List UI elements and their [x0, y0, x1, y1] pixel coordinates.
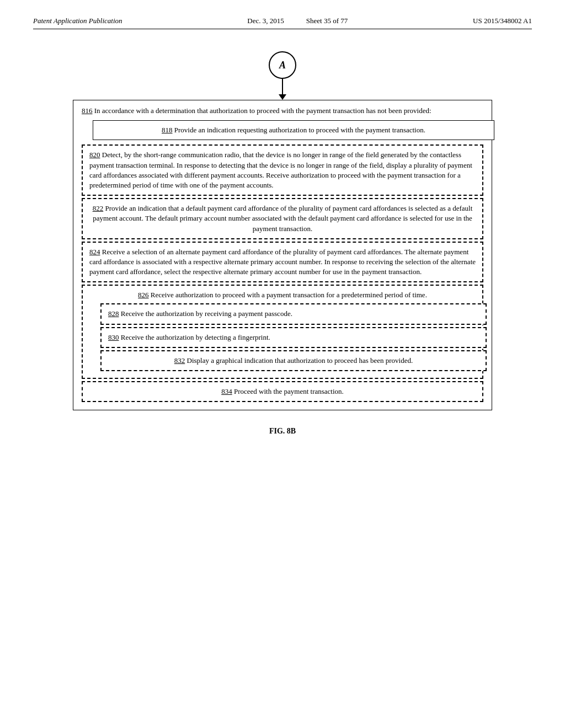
box-834-id: 834 — [221, 387, 232, 395]
box-816-text: 816 In accordance with a determination t… — [82, 106, 483, 116]
figure-label: FIG. 8B — [269, 427, 296, 436]
box-826-text: 826 Receive authorization to proceed wit… — [89, 290, 476, 300]
box-822-body: Provide an indication that a default pay… — [93, 204, 472, 232]
box-830-body: Receive the authorization by detecting a… — [121, 333, 270, 341]
box-816-id: 816 — [82, 106, 93, 115]
box-824-text: 824 Receive a selection of an alternate … — [89, 247, 476, 277]
box-834: 834 Proceed with the payment transaction… — [82, 381, 483, 402]
arrow-line-1 — [282, 79, 283, 94]
box-822-text: 822 Provide an indication that a default… — [89, 204, 476, 234]
box-826-outer: 826 Receive authorization to proceed wit… — [82, 285, 483, 379]
box-832-text: 832 Display a graphical indication that … — [108, 356, 479, 366]
box-824: 824 Receive a selection of an alternate … — [82, 242, 483, 283]
connector-a: A — [269, 51, 296, 79]
box-818-id: 818 — [162, 126, 173, 134]
box-820-id: 820 — [89, 151, 100, 159]
box-818-text: 818 Provide an indication requesting aut… — [100, 125, 487, 135]
box-828-id: 828 — [108, 309, 119, 318]
header-publication: Patent Application Publication — [33, 17, 122, 25]
box-822: 822 Provide an indication that a default… — [82, 198, 483, 239]
box-818: 818 Provide an indication requesting aut… — [93, 120, 494, 140]
box-830-id: 830 — [108, 333, 119, 341]
box-832-body: Display a graphical indication that auth… — [187, 356, 413, 365]
connector-a-label: A — [279, 60, 286, 71]
box-826-body: Receive authorization to proceed with a … — [151, 291, 427, 299]
page-header: Patent Application Publication Dec. 3, 2… — [33, 17, 532, 29]
box-818-body: Provide an indication requesting authori… — [174, 126, 425, 134]
box-828-body: Receive the authorization by receiving a… — [121, 309, 292, 318]
box-832-id: 832 — [174, 356, 185, 365]
box-834-body: Proceed with the payment transaction. — [234, 387, 344, 395]
box-824-body: Receive a selection of an alternate paym… — [89, 248, 476, 276]
box-824-id: 824 — [89, 248, 100, 256]
box-830-text: 830 Receive the authorization by detecti… — [108, 333, 479, 342]
arrow-head-1 — [279, 94, 286, 100]
header-date: Dec. 3, 2015 — [247, 17, 284, 25]
box-816-body: In accordance with a determination that … — [94, 106, 431, 115]
header-sheet: Sheet 35 of 77 — [306, 17, 348, 25]
box-834-text: 834 Proceed with the payment transaction… — [89, 387, 476, 397]
box-820-body: Detect, by the short-range communication… — [89, 151, 472, 189]
diagram: A 816 In accordance with a determination… — [73, 51, 492, 436]
box-828-text: 828 Receive the authorization by receivi… — [108, 309, 479, 319]
box-832: 832 Display a graphical indication that … — [100, 350, 487, 371]
header-patent-number: US 2015/348002 A1 — [473, 17, 532, 25]
box-822-id: 822 — [93, 204, 104, 212]
page: Patent Application Publication Dec. 3, 2… — [0, 0, 565, 728]
box-826-id: 826 — [138, 291, 149, 299]
box-820: 820 Detect, by the short-range communica… — [82, 144, 483, 196]
box-816-outer: 816 In accordance with a determination t… — [73, 100, 492, 410]
connector-a-group: A — [269, 51, 296, 100]
box-820-text: 820 Detect, by the short-range communica… — [89, 150, 476, 190]
box-830: 830 Receive the authorization by detecti… — [100, 327, 487, 348]
box-828: 828 Receive the authorization by receivi… — [100, 303, 487, 324]
